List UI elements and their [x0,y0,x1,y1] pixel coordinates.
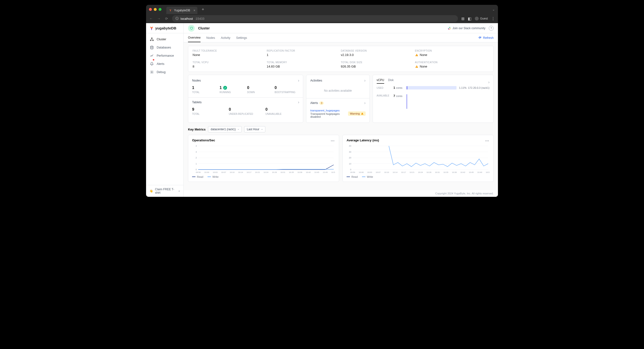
vcpu-tab[interactable]: vCPU [377,78,384,84]
brand-name: yugabyteDB [155,26,176,30]
url-port: :15433 [195,17,204,21]
nav-databases[interactable]: Databases [146,44,184,52]
logo[interactable]: yugabyteDB [146,23,184,33]
nav-label: Cluster [157,38,166,41]
svg-text:10:35: 10:35 [289,171,294,173]
new-tab-button[interactable]: + [202,7,204,12]
replication-factor-value: 1 [267,53,341,57]
disk-tab[interactable]: Disk [388,78,394,84]
info-icon: ⓘ [176,17,178,21]
svg-text:40: 40 [349,145,351,147]
extension-icon[interactable]: ◧ [468,17,472,21]
ops-chart-panel: Operations/Sec⋯ 0123409:5610:0010:0310:0… [188,135,339,182]
tab-settings[interactable]: Settings [236,34,247,42]
svg-text:10:49: 10:49 [323,171,328,173]
maximize-window-button[interactable] [158,8,162,11]
slack-icon [448,27,451,30]
titlebar: Y YugabyteDB × + ⌄ [146,5,498,14]
traffic-lights [149,8,162,11]
slack-link[interactable]: Join our Slack community [448,27,486,30]
more-icon[interactable]: ⋯ [485,138,490,143]
more-icon[interactable]: ⋯ [331,138,335,143]
no-activity-text: No activities available [310,86,366,96]
app-root: yugabyteDB Cluster Databases Performance [146,23,498,197]
sidebar-footer[interactable]: 👋 Claim FREE T-shirt « [146,185,184,197]
browser-tab[interactable]: Y YugabyteDB × [166,7,198,14]
window-chevron-icon[interactable]: ⌄ [492,8,495,11]
warning-icon [415,53,418,57]
svg-text:0: 0 [350,168,351,171]
yugabyte-logo-icon [150,26,154,30]
svg-text:10:42: 10:42 [460,171,466,173]
svg-text:3: 3 [196,151,197,153]
forward-button[interactable]: → [157,17,161,21]
warning-badge: Warning [348,111,366,116]
latency-chart-panel: Average Latency (ms)⋯ 01020304009:5610:0… [342,135,494,182]
svg-text:10:21: 10:21 [410,171,414,173]
svg-text:10:07: 10:07 [221,171,226,173]
svg-text:09:56: 09:56 [350,171,355,173]
nav-label: Alerts [157,62,164,66]
page-header: Cluster Join our Slack community ? [184,23,498,33]
reload-button[interactable]: ⟳ [164,17,169,21]
svg-text:10:17: 10:17 [401,171,406,173]
svg-text:10:31: 10:31 [435,171,440,173]
total-vcpu-value: 8 [192,65,267,68]
help-icon[interactable]: ? [489,26,494,31]
nav-performance[interactable]: Performance [146,52,184,60]
encryption-value: None [415,53,489,57]
avail-bar [406,94,407,109]
chevron-right-icon[interactable]: › [488,80,490,84]
datacenter-select[interactable]: datacenter1 (rack1) [208,126,242,132]
alert-row[interactable]: transparent_hugepagesTransparent hugepag… [310,108,366,118]
nav-alerts[interactable]: Alerts [146,60,184,68]
qr-icon[interactable]: ⊞ [461,17,464,21]
tab-overview[interactable]: Overview [188,34,200,42]
kebab-menu-icon[interactable]: ⋮ [491,17,495,21]
svg-text:10:45: 10:45 [469,171,474,173]
nav-cluster[interactable]: Cluster [146,35,184,44]
svg-text:10:28: 10:28 [426,171,432,173]
svg-text:10:45: 10:45 [314,171,319,173]
collapse-icon[interactable]: « [178,189,180,193]
svg-text:10:03: 10:03 [367,171,372,173]
svg-point-0 [151,38,152,39]
refresh-icon [478,36,482,40]
refresh-button[interactable]: Refresh [478,36,494,40]
svg-text:10:35: 10:35 [444,171,448,173]
nav-debug[interactable]: Debug [146,68,184,76]
svg-rect-8 [448,29,450,29]
chevron-right-icon[interactable]: › [364,101,366,105]
svg-text:09:56: 09:56 [196,171,201,173]
nav-label: Databases [157,46,171,49]
chevron-right-icon[interactable]: › [364,78,366,83]
close-tab-icon[interactable]: × [194,9,196,12]
chevron-right-icon[interactable]: › [298,78,299,83]
tab-activity[interactable]: Activity [221,34,230,42]
timerange-select[interactable]: Last Hour [244,126,265,132]
svg-text:10: 10 [349,163,351,165]
warning-icon [361,112,364,115]
nav-label: Performance [157,54,174,57]
svg-point-4 [151,72,152,73]
svg-text:10:42: 10:42 [306,171,311,173]
minimize-window-button[interactable] [154,8,157,11]
database-icon [150,46,154,50]
total-memory-value: 14.83 GB [267,65,341,68]
close-window-button[interactable] [149,8,152,11]
sidebar: yugabyteDB Cluster Databases Performance [146,23,184,197]
browser-window: Y YugabyteDB × + ⌄ ← → ⟳ ⓘ localhost:154… [146,5,498,197]
content-area: FAULT TOLERANCENone REPLICATION FACTOR1 … [184,43,498,190]
address-input[interactable]: ⓘ localhost:15433 [172,15,458,22]
svg-text:10:03: 10:03 [213,171,218,173]
profile-button[interactable]: Guest [475,17,488,21]
tab-nodes[interactable]: Nodes [206,34,215,42]
favicon-icon: Y [169,9,172,12]
back-button[interactable]: ← [149,17,153,21]
chevron-right-icon[interactable]: › [298,100,299,104]
svg-text:10:49: 10:49 [477,171,482,173]
svg-text:10:24: 10:24 [418,171,423,173]
svg-text:10:00: 10:00 [359,171,364,173]
used-bar [406,86,457,90]
svg-text:10:53: 10:53 [331,171,335,173]
